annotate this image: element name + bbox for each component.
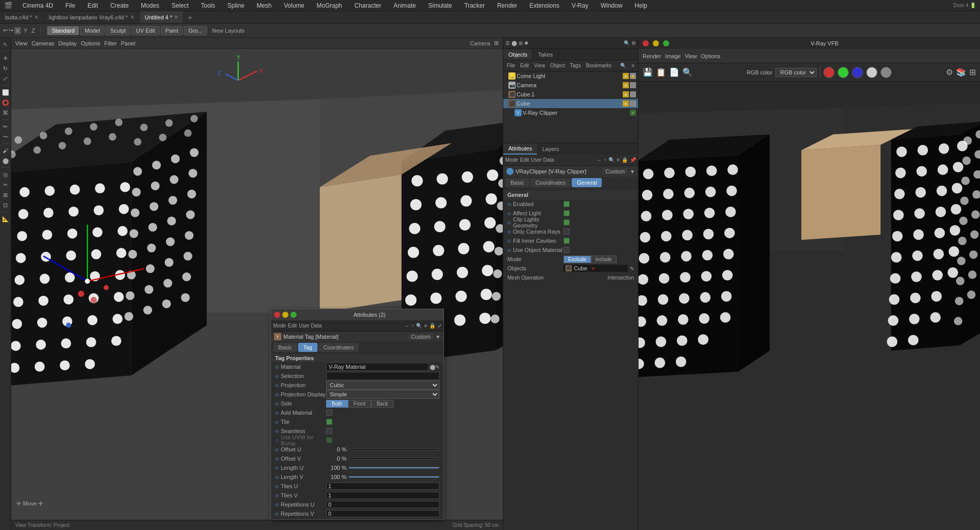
tool-scale[interactable]: ⤢ — [1, 74, 10, 83]
objects-field-remove-icon[interactable]: ✕ — [591, 266, 595, 271]
attrs2-material-input[interactable] — [326, 363, 429, 371]
attrs-tab-attributes[interactable]: Attributes — [503, 143, 537, 155]
attrs2-tool-mode[interactable]: Mode — [273, 323, 286, 329]
viewport-menu-filter[interactable]: Filter — [104, 40, 116, 46]
vray-clipper-check[interactable]: ✓ — [630, 110, 636, 116]
scene-object-cube1[interactable]: ⬛ Cube.1 ● — [503, 90, 638, 99]
menu-modes[interactable]: Modes — [139, 1, 161, 10]
attrs2-nav-up[interactable]: ↑ — [411, 323, 414, 329]
attrs2-offsetv-slider[interactable] — [349, 458, 439, 460]
menu-tools[interactable]: Tools — [199, 1, 217, 10]
scene-object-cube[interactable]: ⬛ Cube ● — [503, 99, 638, 108]
attrs-tab-layers[interactable]: Layers — [537, 143, 564, 155]
tab-butta-close[interactable]: ✕ — [34, 14, 38, 20]
attrs2-subtab-basic[interactable]: Basic — [273, 343, 297, 352]
attrs-pin-icon[interactable]: 📌 — [630, 157, 636, 163]
undo-icon[interactable]: ↩ — [3, 27, 8, 34]
attrs2-projection-select[interactable]: Cubic — [326, 381, 439, 390]
attr-checkbox-cliplights[interactable] — [564, 219, 570, 225]
menu-select[interactable]: Select — [169, 1, 190, 10]
viewport-menu-panel[interactable]: Panel — [121, 40, 135, 46]
attrs2-subtab-tag[interactable]: Tag — [298, 343, 317, 352]
tool-cursor[interactable]: ↖ — [1, 40, 10, 49]
y-axis-btn[interactable]: Y — [22, 27, 29, 34]
scene-icon-1[interactable]: ☰ — [505, 40, 510, 46]
tool-magnet[interactable]: ◎ — [1, 170, 10, 179]
camera-lock[interactable] — [630, 82, 636, 88]
tool-select-rect[interactable]: ⬜ — [1, 88, 10, 97]
attrs2-checkbox-addmat[interactable] — [326, 410, 332, 416]
tab-untitled[interactable]: Untitled 4 * ✕ — [140, 11, 184, 23]
vfb-settings-icon[interactable]: ⚙ — [946, 67, 953, 77]
attrs-nav-forward[interactable]: ↑ — [604, 157, 606, 163]
tab-lightbox[interactable]: lightbox lampadario Vray6.c4d * ✕ — [44, 11, 140, 23]
tool-move[interactable]: ✛ — [1, 54, 10, 63]
scene-tool-object[interactable]: Object — [549, 62, 567, 69]
vfb-menu-view[interactable]: View — [685, 53, 697, 59]
menu-simulate[interactable]: Simulate — [426, 1, 454, 10]
scene-tool-tags[interactable]: Tags — [569, 62, 582, 69]
tool-measure[interactable]: 📐 — [1, 214, 10, 223]
attrs-lock-icon[interactable]: 🔒 — [622, 157, 628, 163]
viewport-menu-view[interactable]: View — [15, 40, 28, 46]
mode-standard[interactable]: Standard — [47, 26, 79, 35]
tab-add-button[interactable]: + — [184, 13, 196, 21]
scene-settings-icon[interactable]: ⚙ — [631, 40, 636, 46]
attrs2-material-pick-icon[interactable]: ⬤ — [430, 364, 435, 370]
menu-vray[interactable]: V-Ray — [570, 1, 591, 10]
scene-object-camera[interactable]: 📷 Camera ● — [503, 81, 638, 90]
scene-object-comelight[interactable]: 💡 Come Light ● 🔒 — [503, 71, 638, 81]
attrs2-max-btn[interactable] — [290, 312, 297, 318]
vfb-color-gray[interactable] — [880, 67, 892, 78]
menu-animate[interactable]: Animate — [391, 1, 418, 10]
menu-tracker[interactable]: Tracker — [462, 1, 487, 10]
vfb-zoom-icon[interactable]: 🔍 — [682, 67, 693, 77]
z-axis-btn[interactable]: Z — [30, 27, 37, 34]
attrs-tool-mode[interactable]: Mode — [505, 157, 518, 163]
vfb-compare-icon[interactable]: ⊞ — [969, 67, 976, 77]
attrs-subtab-general[interactable]: General — [572, 178, 602, 187]
attrs2-side-back[interactable]: Back — [371, 400, 394, 408]
vfb-close-btn[interactable] — [643, 40, 649, 46]
attr-checkbox-fillinner[interactable] — [564, 238, 570, 244]
cube1-lock[interactable] — [630, 91, 636, 97]
comelight-lock[interactable]: 🔒 — [630, 73, 636, 79]
menu-window[interactable]: Window — [599, 1, 625, 10]
attrs2-close-btn[interactable] — [274, 312, 280, 318]
tool-lasso[interactable]: ⌘ — [1, 108, 10, 117]
attrs-search-icon[interactable]: 🔍 — [608, 157, 615, 163]
menu-help[interactable]: Help — [632, 1, 649, 10]
new-layouts-btn[interactable]: New Layouts — [208, 28, 245, 34]
vfb-canvas[interactable] — [639, 82, 980, 530]
menu-create[interactable]: Create — [108, 1, 131, 10]
attrs2-tool-userdata[interactable]: User Data — [299, 323, 322, 329]
tab-lightbox-close[interactable]: ✕ — [130, 14, 134, 20]
vfb-max-btn[interactable] — [663, 40, 669, 46]
attrs2-offsetu-slider[interactable] — [349, 448, 439, 450]
attrs2-nav-back[interactable]: ← — [404, 323, 409, 329]
attrs2-projdisplay-select[interactable]: Simple — [326, 390, 439, 399]
scene-search-input-icon[interactable]: 🔍 — [619, 62, 628, 69]
mode-sculpt[interactable]: Sculpt — [106, 26, 131, 35]
attrs-tool-edit[interactable]: Edit — [520, 157, 529, 163]
scene-tool-edit[interactable]: Edit — [519, 62, 530, 69]
objects-field-edit-icon[interactable]: ✎ — [628, 266, 634, 271]
tool-pen[interactable]: ✏ — [1, 122, 10, 131]
viewport-menu-cameras[interactable]: Cameras — [32, 40, 55, 46]
mode-paint[interactable]: Paint — [161, 26, 183, 35]
tab-untitled-close[interactable]: ✕ — [174, 14, 178, 20]
scene-icon-2[interactable]: ⬤ — [511, 40, 517, 46]
attrs2-material-edit-icon[interactable]: ✎ — [435, 364, 439, 370]
tool-select-circle[interactable]: ⭕ — [1, 98, 10, 107]
attrs2-selection-input[interactable] — [326, 372, 439, 380]
attrs2-search-icon[interactable]: 🔍 — [416, 323, 422, 329]
attrs2-lengthu-slider[interactable] — [349, 467, 439, 469]
menu-spline[interactable]: Spline — [226, 1, 247, 10]
vfb-min-btn[interactable] — [653, 40, 659, 46]
attrs2-dropdown-icon[interactable]: ▼ — [435, 334, 440, 340]
tool-dissolve[interactable]: ⊡ — [1, 200, 10, 210]
attr-checkbox-useobjectmat[interactable] — [564, 247, 570, 253]
menu-mograph[interactable]: MoGraph — [314, 1, 344, 10]
attr-checkbox-camerarays[interactable] — [564, 229, 570, 235]
cube1-vis[interactable]: ● — [623, 91, 629, 97]
